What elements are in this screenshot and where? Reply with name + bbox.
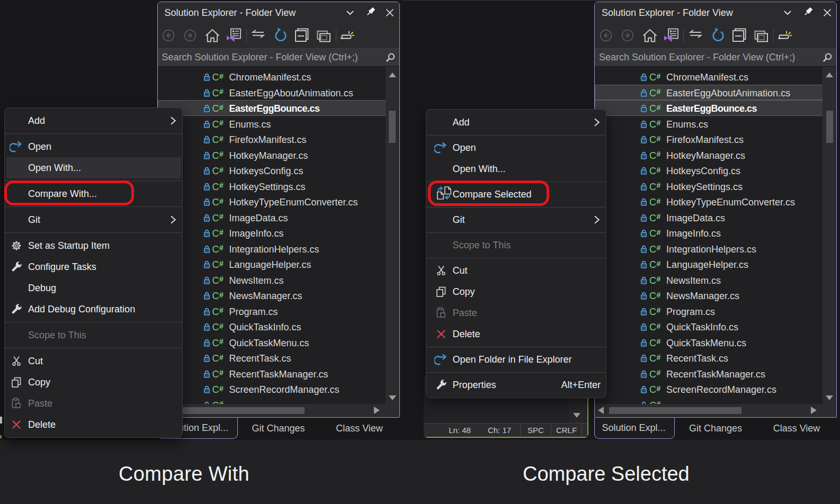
menu-item-open-folder-in-file-explorer[interactable]: Open Folder in File Explorer bbox=[426, 349, 606, 370]
menu-item-paste[interactable]: Paste bbox=[426, 302, 606, 323]
home-icon[interactable] bbox=[641, 26, 659, 44]
horizontal-scrollbar[interactable] bbox=[595, 404, 836, 417]
collapse-all-icon[interactable] bbox=[293, 26, 311, 44]
menu-item-copy[interactable]: Copy bbox=[426, 281, 606, 302]
file-row[interactable]: C#RecentTask.cs bbox=[595, 350, 836, 366]
menu-item-add[interactable]: Add bbox=[5, 110, 182, 131]
scroll-down-icon[interactable] bbox=[389, 395, 396, 400]
file-row[interactable]: C#NewsManager.cs bbox=[158, 287, 399, 303]
tab-solution-explorer[interactable]: Solution Expl... bbox=[594, 418, 675, 439]
sync-with-active-document-icon[interactable] bbox=[687, 26, 705, 44]
sync-with-active-document-icon[interactable] bbox=[250, 26, 268, 44]
menu-item-git[interactable]: Git bbox=[426, 209, 606, 230]
file-row[interactable]: C#ScreenRecordManager.cs bbox=[595, 381, 836, 397]
pin-icon[interactable] bbox=[800, 5, 815, 20]
status-spaces[interactable]: SPC bbox=[520, 424, 551, 437]
menu-item-properties[interactable]: PropertiesAlt+Enter bbox=[426, 374, 606, 395]
menu-item-open-with[interactable]: Open With... bbox=[5, 157, 182, 178]
tab-git-changes[interactable]: Git Changes bbox=[238, 418, 319, 439]
file-row[interactable]: C#ChromeManifest.cs bbox=[158, 69, 399, 85]
file-row[interactable]: C#QuickTaskMenu.cs bbox=[158, 335, 399, 350]
scroll-up-icon[interactable] bbox=[826, 73, 833, 77]
menu-item-open[interactable]: Open bbox=[426, 137, 606, 158]
preview-selected-items-icon[interactable] bbox=[314, 26, 332, 44]
file-row[interactable]: C#HotkeySettings.cs bbox=[158, 178, 399, 194]
scroll-right-icon[interactable] bbox=[811, 407, 817, 414]
home-icon[interactable] bbox=[203, 26, 221, 44]
file-row[interactable]: C#IntegrationHelpers.cs bbox=[595, 241, 836, 257]
file-row[interactable]: C#LanguageHelper.cs bbox=[158, 256, 399, 272]
menu-item-open-with[interactable]: Open With... bbox=[426, 158, 606, 179]
menu-item-open[interactable]: Open bbox=[5, 136, 182, 157]
file-row[interactable]: C#EasterEggBounce.cs bbox=[158, 100, 399, 116]
file-row[interactable]: C#FirefoxManifest.cs bbox=[595, 131, 836, 147]
file-row[interactable]: C#RecentTaskManager.cs bbox=[158, 366, 399, 382]
switch-views-icon[interactable] bbox=[223, 26, 241, 44]
menu-item-paste[interactable]: Paste bbox=[5, 393, 182, 414]
status-line[interactable]: Ln: 48 bbox=[445, 424, 475, 437]
tab-class-view[interactable]: Class View bbox=[319, 418, 400, 439]
preview-selected-items-icon[interactable] bbox=[752, 26, 770, 44]
close-icon[interactable] bbox=[819, 5, 835, 20]
file-row[interactable]: C#HotkeyManager.cs bbox=[595, 147, 836, 163]
file-row[interactable]: C#QuickTaskInfo.cs bbox=[595, 319, 836, 335]
file-row[interactable]: C#Enums.cs bbox=[595, 116, 836, 132]
menu-item-set-as-startup-item[interactable]: Set as Startup Item bbox=[5, 235, 182, 256]
close-icon[interactable] bbox=[382, 5, 398, 20]
back-icon[interactable] bbox=[597, 26, 615, 44]
file-row[interactable]: C# bbox=[595, 397, 836, 404]
file-row[interactable]: C#HotkeyManager.cs bbox=[158, 147, 399, 163]
file-row[interactable]: C#HotkeysConfig.cs bbox=[158, 163, 399, 178]
tab-class-view[interactable]: Class View bbox=[756, 418, 837, 439]
horizontal-scroll-thumb[interactable] bbox=[609, 407, 741, 414]
file-row[interactable]: C#QuickTaskInfo.cs bbox=[158, 319, 399, 335]
file-row[interactable]: C#HotkeySettings.cs bbox=[595, 178, 836, 194]
pin-icon[interactable] bbox=[363, 5, 378, 20]
file-row[interactable]: C#RecentTaskManager.cs bbox=[595, 366, 836, 382]
show-all-files-icon[interactable] bbox=[777, 26, 795, 44]
back-icon[interactable] bbox=[159, 26, 177, 44]
chevron-down-icon[interactable] bbox=[780, 5, 795, 20]
scroll-up-icon[interactable] bbox=[389, 73, 396, 77]
file-row[interactable]: C#Enums.cs bbox=[158, 116, 399, 132]
file-row[interactable]: C#RecentTask.cs bbox=[158, 350, 399, 366]
forward-icon[interactable] bbox=[619, 26, 637, 44]
file-row[interactable]: C#Program.cs bbox=[158, 303, 399, 319]
file-row[interactable]: C#ChromeManifest.cs bbox=[595, 69, 836, 85]
file-row[interactable]: C#HotkeyTypeEnumConverter.cs bbox=[595, 194, 836, 210]
menu-item-scope-to-this[interactable]: Scope to This bbox=[5, 325, 182, 346]
tab-git-changes[interactable]: Git Changes bbox=[675, 418, 756, 439]
search-icon[interactable] bbox=[383, 52, 397, 66]
file-row[interactable]: C#HotkeysConfig.cs bbox=[595, 163, 836, 178]
menu-item-scope-to-this[interactable]: Scope to This bbox=[426, 235, 606, 256]
panel-titlebar[interactable]: Solution Explorer - Folder View bbox=[595, 2, 836, 23]
file-row[interactable]: C#ImageData.cs bbox=[595, 210, 836, 226]
file-row[interactable]: C#Program.cs bbox=[595, 303, 836, 319]
horizontal-scroll-thumb[interactable] bbox=[172, 407, 305, 414]
status-line-ending[interactable]: CRLF bbox=[551, 424, 582, 437]
file-row[interactable]: C#EasterEggAboutAnimation.cs bbox=[158, 85, 399, 101]
show-all-files-icon[interactable] bbox=[339, 26, 358, 44]
file-row[interactable]: C#ImageData.cs bbox=[158, 210, 399, 226]
menu-item-add-debug-configuration[interactable]: Add Debug Configuration bbox=[5, 299, 182, 320]
horizontal-scrollbar[interactable] bbox=[158, 404, 399, 417]
file-row[interactable]: C#LanguageHelper.cs bbox=[595, 256, 836, 272]
menu-item-debug[interactable]: Debug bbox=[5, 277, 182, 299]
file-row[interactable]: C#QuickTaskMenu.cs bbox=[595, 335, 836, 350]
file-row[interactable]: C#ImageInfo.cs bbox=[158, 225, 399, 241]
forward-icon[interactable] bbox=[181, 26, 199, 44]
file-row[interactable]: C#EasterEggAboutAnimation.cs bbox=[595, 85, 836, 101]
vertical-scroll-thumb[interactable] bbox=[826, 111, 833, 143]
refresh-icon[interactable] bbox=[709, 26, 727, 44]
collapse-all-icon[interactable] bbox=[731, 26, 749, 44]
refresh-icon[interactable] bbox=[272, 26, 290, 44]
switch-views-icon[interactable] bbox=[660, 26, 678, 44]
scroll-right-icon[interactable] bbox=[374, 407, 380, 414]
vertical-scrollbar[interactable] bbox=[823, 67, 836, 404]
menu-item-git[interactable]: Git bbox=[5, 209, 182, 230]
search-box[interactable]: Search Solution Explorer - Folder View (… bbox=[595, 48, 836, 67]
editor-scroll-down-icon[interactable] bbox=[573, 413, 580, 418]
search-icon[interactable] bbox=[820, 52, 834, 66]
file-row[interactable]: C#IntegrationHelpers.cs bbox=[158, 241, 399, 257]
vertical-scroll-thumb[interactable] bbox=[389, 111, 396, 143]
